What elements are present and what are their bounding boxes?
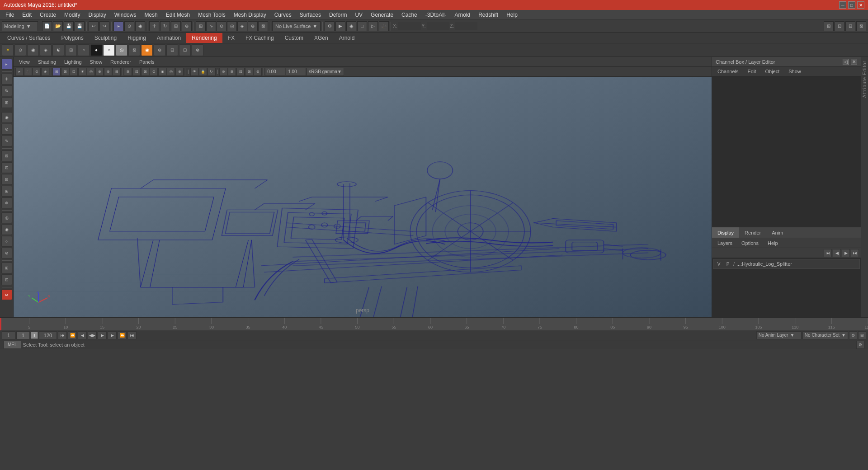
vp-smooth-btn[interactable]: ⊠ (61, 68, 69, 76)
tab-rendering[interactable]: Rendering (186, 33, 222, 43)
vp-menu-show[interactable]: Show (86, 58, 106, 66)
vp-btn-8[interactable]: ⊡ (132, 68, 141, 76)
tab-render[interactable]: Render (739, 227, 766, 238)
tab-fx-caching[interactable]: FX Caching (240, 33, 279, 43)
y-input[interactable] (427, 22, 449, 30)
scale-tool-btn[interactable]: ⊞ (171, 21, 181, 31)
show-hide-btn[interactable]: ◎ (1, 212, 12, 223)
bottom-btn-1[interactable]: ⚙ (849, 331, 857, 339)
move-tool-btn[interactable]: ✛ (149, 21, 159, 31)
vp-btn-6[interactable]: ⊟ (113, 68, 121, 76)
menu-display[interactable]: Display (85, 11, 109, 19)
subtab-options[interactable]: Options (738, 240, 762, 246)
tab-display[interactable]: Display (712, 227, 739, 238)
cb-edit-menu[interactable]: Edit (744, 68, 760, 75)
cb-close-btn[interactable]: ✕ (851, 59, 857, 65)
snap-edge-btn[interactable]: ⊠ (258, 21, 268, 31)
select-tool-btn[interactable]: ▸ (113, 21, 123, 31)
playback-play[interactable]: ▶ (98, 331, 107, 339)
shelf-btn-11[interactable]: ⊗ (192, 44, 203, 56)
menu-curves[interactable]: Curves (271, 11, 295, 19)
vp-texture-btn[interactable]: ⊡ (70, 68, 78, 76)
shelf-sun-btn[interactable]: ☀ (2, 44, 14, 56)
vertex-mode-btn[interactable]: ⊡ (1, 162, 12, 173)
vp-btn-1[interactable]: ⊙ (33, 68, 41, 76)
subtab-layers[interactable]: Layers (714, 240, 736, 246)
render-settings-btn[interactable]: ⚙ (325, 21, 335, 31)
tab-anim[interactable]: Anim (766, 227, 788, 238)
layer-ctrl-btn-3[interactable]: ▶ (842, 249, 850, 257)
menu-mesh-tools[interactable]: Mesh Tools (194, 11, 229, 19)
shelf-orange-btn[interactable]: ◉ (141, 44, 153, 56)
icon-btn-2[interactable]: ⊡ (835, 21, 844, 31)
shelf-circle-light[interactable]: ○ (103, 44, 115, 56)
history-btn[interactable]: ⊞ (1, 263, 12, 273)
snap-view-btn[interactable]: ◎ (227, 21, 237, 31)
cb-show-menu[interactable]: Show (785, 68, 805, 75)
subtab-help[interactable]: Help (764, 240, 782, 246)
vp-btn-5[interactable]: ⊗ (104, 68, 112, 76)
scale-mode-btn[interactable]: ⊞ (1, 97, 12, 108)
redo-btn[interactable]: ↪ (99, 21, 109, 31)
cb-dock-btn[interactable]: ◁ (843, 59, 849, 65)
tab-rigging[interactable]: Rigging (122, 33, 151, 43)
vp-btn-16[interactable]: ⊡ (236, 68, 245, 76)
save-as-btn[interactable]: 💾 (75, 21, 85, 31)
cb-channels-menu[interactable]: Channels (714, 68, 742, 75)
sculpt-btn[interactable]: ⊙ (1, 124, 12, 135)
move-mode-btn[interactable]: ✛ (1, 74, 12, 85)
snap-live-btn[interactable]: ⊛ (248, 21, 258, 31)
vp-btn-13[interactable]: ⊗ (175, 68, 184, 76)
viewport-canvas[interactable]: persp X Y Z (14, 77, 712, 317)
icon-btn-3[interactable]: ⊟ (845, 21, 855, 31)
shelf-btn-5[interactable]: ⊞ (65, 44, 77, 56)
vp-btn-10[interactable]: ⊙ (150, 68, 158, 76)
vp-btn-9[interactable]: ⊠ (141, 68, 149, 76)
playback-next-frame[interactable]: ▶ (108, 331, 117, 339)
workspace-dropdown[interactable]: Modeling ▼ (2, 21, 38, 31)
menu-redshift[interactable]: Redshift (475, 11, 502, 19)
vp-btn-12[interactable]: ◎ (167, 68, 175, 76)
lasso-tool-btn[interactable]: ⊙ (124, 21, 134, 31)
vp-menu-lighting[interactable]: Lighting (61, 58, 85, 66)
isolate-btn[interactable]: ⊗ (1, 248, 12, 258)
menu-cache[interactable]: Cache (398, 11, 421, 19)
tab-fx[interactable]: FX (222, 33, 240, 43)
z-input[interactable] (455, 22, 477, 30)
menu-mesh[interactable]: Mesh (141, 11, 161, 19)
vp-btn-15[interactable]: ⊞ (228, 68, 236, 76)
playback-play-rev[interactable]: ◀▶ (88, 331, 97, 339)
menu-edit[interactable]: Edit (19, 11, 35, 19)
anim-layer-select[interactable]: No Anim Layer ▼ (756, 331, 802, 339)
menu-arnold[interactable]: Arnold (451, 11, 474, 19)
value2-input[interactable] (286, 68, 306, 76)
start-frame-input[interactable] (2, 331, 15, 339)
playback-prev-frame[interactable]: ◀ (78, 331, 87, 339)
vp-wireframe-btn[interactable]: ⊞ (52, 68, 61, 76)
tab-animation[interactable]: Animation (151, 33, 186, 43)
char-set-select[interactable]: No Character Set ▼ (802, 331, 848, 339)
rotate-mode-btn[interactable]: ↻ (1, 85, 12, 96)
vp-btn-14[interactable]: ⊙ (219, 68, 227, 76)
playback-skip-end[interactable]: ⏭ (127, 331, 137, 339)
menu-mesh-display[interactable]: Mesh Display (230, 11, 270, 19)
vp-menu-renderer[interactable]: Renderer (107, 58, 135, 66)
render-all-btn[interactable]: ▷ (368, 21, 378, 31)
snap-point-btn[interactable]: ⊙ (217, 21, 226, 31)
shelf-btn-8[interactable]: ⊛ (154, 44, 165, 56)
vp-cam-btn[interactable]: 🎥 (24, 68, 32, 76)
undo-btn[interactable]: ↩ (89, 21, 99, 31)
menu-uv[interactable]: UV (351, 11, 366, 19)
vp-btn-11[interactable]: ◉ (158, 68, 166, 76)
tab-sculpting[interactable]: Sculpting (89, 33, 122, 43)
mel-tab[interactable]: MEL (4, 341, 21, 349)
playback-next-key[interactable]: ⏩ (118, 331, 127, 339)
current-frame-input[interactable] (16, 331, 30, 339)
shelf-btn-2[interactable]: ◉ (27, 44, 39, 56)
menu-help[interactable]: Help (503, 11, 521, 19)
render-region-btn[interactable]: □ (357, 21, 367, 31)
status-settings-icon[interactable]: ⚙ (856, 341, 864, 349)
snap-curve-btn[interactable]: ∿ (206, 21, 216, 31)
vp-menu-panels[interactable]: Panels (136, 58, 158, 66)
gamma-select[interactable]: sRGB gamma ▼ (307, 68, 344, 76)
